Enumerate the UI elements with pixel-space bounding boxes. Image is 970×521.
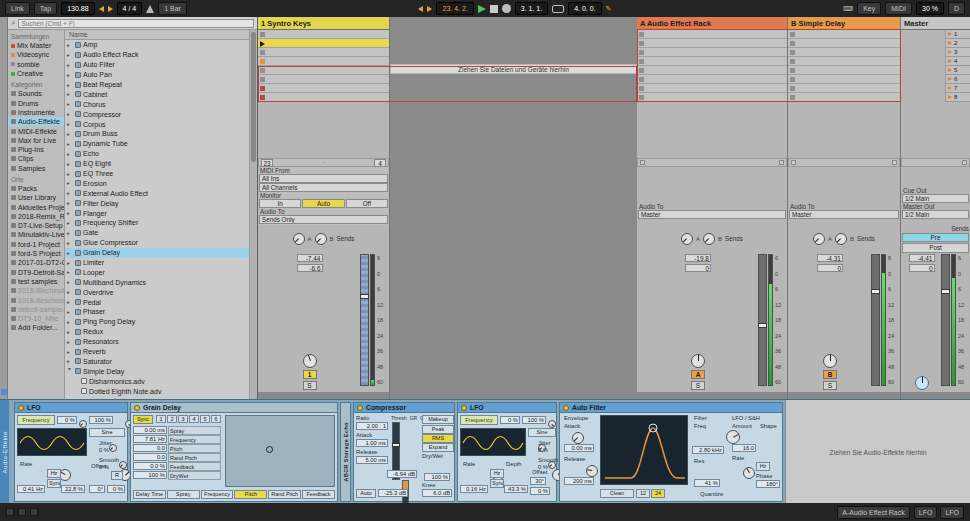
place-item[interactable]: 2017-01-DT2-Cl... — [8, 258, 64, 267]
browser-device-row[interactable]: ▸ EQ Three — [65, 169, 249, 179]
track-activator[interactable]: 1 — [303, 370, 317, 379]
category-item[interactable]: Drums — [8, 98, 64, 107]
category-item[interactable]: MIDI-Effekte — [8, 126, 64, 135]
device-title-bar[interactable]: LFO — [15, 403, 127, 413]
place-item[interactable]: 2018-Remix_Re... — [8, 212, 64, 221]
clip-stop-button[interactable] — [790, 59, 795, 64]
expand-arrow-icon[interactable]: ▸ — [67, 52, 73, 58]
slope-24-button[interactable]: 24 — [651, 489, 665, 498]
browser-device-row[interactable]: ▸ Drum Buss — [65, 129, 249, 139]
scene-slot[interactable]: 1 — [945, 30, 970, 39]
clip-slot[interactable] — [258, 93, 389, 102]
device-drop-zone[interactable]: Ziehen Sie Audio-Effekte hierhin — [785, 400, 970, 504]
expand-arrow-icon[interactable]: ▸ — [67, 210, 73, 216]
attack-value[interactable]: 1.00 ms — [356, 439, 388, 447]
jitter-value[interactable]: 0 % — [538, 447, 548, 454]
volume-fader[interactable] — [758, 254, 767, 386]
clip-slot[interactable] — [258, 66, 389, 75]
clip-stop-button[interactable] — [260, 77, 265, 82]
xy-cursor[interactable] — [266, 446, 273, 453]
pan-value[interactable]: -6.6 — [297, 264, 323, 272]
clip-slot[interactable] — [258, 39, 389, 48]
parameter-label[interactable]: Pitch — [168, 444, 221, 453]
clip-stop-button[interactable] — [260, 50, 265, 55]
place-item[interactable]: DT-Live-Setup — [8, 221, 64, 230]
browser-device-row[interactable]: ▸ Compressor — [65, 109, 249, 119]
expand-arrow-icon[interactable]: ▸ — [67, 42, 73, 48]
expand-arrow-icon[interactable]: ▸ — [67, 220, 73, 226]
volume-value[interactable]: -7.44 — [297, 254, 323, 262]
master-out-select[interactable]: 1/2 Main — [902, 210, 969, 219]
category-item[interactable]: Sounds — [8, 89, 64, 98]
lfo-max-value[interactable]: 100 % — [89, 416, 113, 424]
clip-stop-button[interactable] — [260, 95, 265, 100]
release-value[interactable]: 200 ms — [564, 477, 594, 485]
tap-tempo-button[interactable]: Tap — [34, 2, 57, 15]
clip-stop-button[interactable] — [790, 50, 795, 55]
scene-launch-icon[interactable] — [948, 86, 952, 90]
depth-value[interactable]: 43.3 % — [504, 485, 528, 493]
midi-from-select[interactable]: All Ins — [259, 174, 388, 183]
device-title-bar[interactable]: LFO — [458, 403, 556, 413]
clip-slot[interactable] — [637, 84, 787, 93]
place-item[interactable]: Add Folder... — [8, 323, 64, 332]
knee-value[interactable]: 6.0 dB — [422, 489, 452, 497]
expand-arrow-icon[interactable]: ▸ — [67, 299, 73, 305]
browser-device-row[interactable]: ▸ Filter Delay — [65, 198, 249, 208]
expand-arrow-icon[interactable]: ▸ — [67, 368, 73, 374]
browser-device-row[interactable]: ▸ Echo — [65, 149, 249, 159]
clip-slot[interactable] — [637, 57, 787, 66]
parameter-value[interactable]: 0.0 % — [133, 462, 167, 470]
offset-pct-value[interactable]: 0 % — [107, 485, 125, 493]
browser-device-row[interactable]: ▸ Beat Repeat — [65, 80, 249, 90]
beat-division-button[interactable]: 2 — [167, 415, 177, 423]
collection-item[interactable]: sombie — [8, 60, 64, 69]
scene-launch-icon[interactable] — [948, 32, 952, 36]
x-axis-button[interactable]: Pitch — [234, 490, 267, 499]
pan-knob[interactable] — [303, 354, 317, 368]
clip-slot[interactable] — [258, 48, 389, 57]
volume-value[interactable]: -19.8 — [685, 254, 711, 262]
stop-all-clips-button[interactable] — [962, 160, 967, 165]
solo-button[interactable]: S — [303, 381, 317, 390]
send-b-knob[interactable] — [703, 233, 715, 245]
monitor-off-button[interactable]: Off — [346, 199, 388, 208]
release-knob[interactable] — [586, 465, 598, 477]
scene-launch-icon[interactable] — [948, 50, 952, 54]
cue-volume-knob[interactable] — [915, 376, 929, 390]
parameter-label[interactable]: Feedback — [168, 462, 221, 471]
clip-slot[interactable] — [788, 57, 900, 66]
circuit-select[interactable]: Clean — [600, 489, 634, 498]
grain-xy-pad[interactable] — [225, 415, 335, 487]
cue-out-select[interactable]: 1/2 Main — [902, 194, 969, 203]
clip-stop-button[interactable] — [639, 86, 644, 91]
rate-value[interactable]: 0.16 Hz — [460, 485, 488, 493]
clip-slot[interactable] — [637, 30, 787, 39]
expand-arrow-icon[interactable]: ▸ — [67, 200, 73, 206]
lfo-min-knob[interactable] — [79, 420, 87, 428]
loop-bars-display[interactable]: 23 — [261, 159, 273, 167]
scene-slot[interactable]: 6 — [945, 75, 970, 84]
scene-slot[interactable]: 2 — [945, 39, 970, 48]
scene-launch-icon[interactable] — [948, 41, 952, 45]
attack-value[interactable]: 0.00 ms — [564, 444, 594, 452]
clip-stop-button[interactable] — [639, 68, 644, 73]
rate-value[interactable]: 0.41 Hz — [17, 485, 45, 493]
auto-release-button[interactable]: Auto — [356, 489, 376, 498]
parameter-label[interactable]: Frequency — [168, 435, 221, 444]
browser-device-row[interactable]: ▸ Auto Filter — [65, 60, 249, 70]
lfo-min-value[interactable]: 0 % — [57, 416, 77, 424]
clip-stop-button[interactable] — [260, 32, 265, 37]
clip-stop-button[interactable] — [260, 68, 265, 73]
sync-button[interactable]: Sync — [133, 415, 153, 424]
browser-device-row[interactable]: ▸ Phaser — [65, 307, 249, 317]
browser-device-row[interactable]: ▸ Limiter — [65, 258, 249, 268]
ratio-value[interactable]: 2.00 : 1 — [356, 422, 388, 430]
info-view-toggle[interactable] — [1, 389, 7, 395]
expand-arrow-icon[interactable]: ▸ — [67, 190, 73, 196]
clip-stop-button[interactable] — [639, 77, 644, 82]
crossfade-assign[interactable] — [640, 160, 645, 165]
place-item[interactable]: Minutaktiv-Live — [8, 230, 64, 239]
search-input[interactable] — [18, 19, 254, 28]
dry-wet-value[interactable]: 100 % — [424, 473, 450, 481]
